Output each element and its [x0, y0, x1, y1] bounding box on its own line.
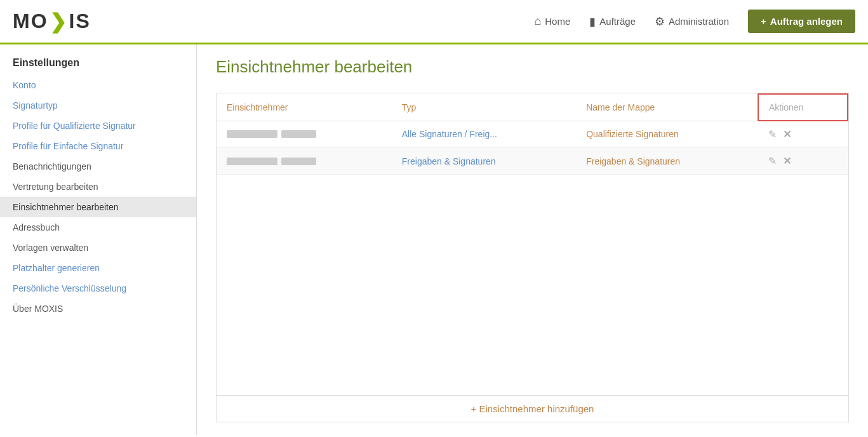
sidebar-item-signaturtyp[interactable]: Signaturtyp	[0, 95, 196, 116]
table-container: Einsichtnehmer Typ Name der Mappe Aktion…	[216, 93, 849, 422]
col-mappe: Name der Mappe	[576, 94, 758, 121]
cell-mappe-1: Qualifizierte Signaturen	[576, 121, 758, 148]
edit-icon-2[interactable]: ✎	[768, 155, 777, 167]
home-icon: ⌂	[534, 15, 541, 28]
sidebar-item-profile-einfach[interactable]: Profile für Einfache Signatur	[0, 136, 196, 156]
table-row: Freigaben & Signaturen Freigaben & Signa…	[217, 148, 848, 175]
delete-icon-1[interactable]: ✕	[783, 128, 791, 140]
plus-icon: +	[761, 16, 766, 27]
sidebar-item-ueber[interactable]: Über MOXIS	[0, 299, 196, 319]
sidebar-item-platzhalter[interactable]: Platzhalter generieren	[0, 258, 196, 278]
sidebar-item-konto[interactable]: Konto	[0, 75, 196, 95]
actions-cell-2: ✎ ✕	[768, 155, 838, 167]
nav-home[interactable]: ⌂ Home	[534, 15, 570, 28]
cell-mappe-2: Freigaben & Signaturen	[576, 148, 758, 175]
cell-einsichtnehmer-1	[217, 121, 392, 148]
actions-cell-1: ✎ ✕	[768, 128, 838, 140]
create-order-button[interactable]: + Auftrag anlegen	[748, 10, 855, 33]
table-header: Einsichtnehmer Typ Name der Mappe Aktion…	[217, 94, 848, 121]
table-body: Alle Signaturen / Freig... Qualifizierte…	[217, 121, 848, 175]
create-order-label: Auftrag anlegen	[770, 16, 843, 27]
nav: ⌂ Home ▮ Aufträge ⚙ Administration + Auf…	[534, 10, 855, 33]
sidebar-item-profile-qual[interactable]: Profile für Qualifizierte Signatur	[0, 116, 196, 136]
sidebar-item-benachrichtigungen[interactable]: Benachrichtigungen	[0, 156, 196, 177]
sidebar-item-adressbuch[interactable]: Adressbuch	[0, 217, 196, 238]
add-einsichtnehmer-button[interactable]: + Einsichtnehmer hinzufügen	[471, 403, 594, 414]
einsichtnehmer-table: Einsichtnehmer Typ Name der Mappe Aktion…	[217, 93, 848, 175]
blurred-name-1a	[227, 130, 277, 138]
nav-orders[interactable]: ▮ Aufträge	[589, 15, 636, 29]
cell-typ-2[interactable]: Freigaben & Signaturen	[392, 148, 576, 175]
sidebar-item-vorlagen[interactable]: Vorlagen verwalten	[0, 238, 196, 258]
sidebar: Einstellungen Konto Signaturtyp Profile …	[0, 44, 197, 435]
table-row: Alle Signaturen / Freig... Qualifizierte…	[217, 121, 848, 148]
blurred-name-2b	[281, 158, 316, 165]
main-content: Einsichtnehmer bearbeiten Einsichtnehmer…	[197, 44, 868, 435]
cell-typ-1[interactable]: Alle Signaturen / Freig...	[392, 121, 576, 148]
nav-admin[interactable]: ⚙ Administration	[655, 15, 729, 29]
delete-icon-2[interactable]: ✕	[783, 155, 791, 167]
folder-icon: ▮	[589, 15, 596, 29]
cell-actions-2: ✎ ✕	[758, 148, 848, 175]
nav-orders-label: Aufträge	[599, 16, 636, 27]
layout: Einstellungen Konto Signaturtyp Profile …	[0, 44, 868, 435]
blurred-name-2a	[227, 158, 277, 165]
cell-einsichtnehmer-2	[217, 148, 392, 175]
page-title: Einsichtnehmer bearbeiten	[216, 57, 849, 77]
logo: MO❯IS	[13, 10, 91, 34]
sidebar-item-verschluesselung[interactable]: Persönliche Verschlüsselung	[0, 278, 196, 299]
sidebar-title: Einstellungen	[0, 57, 196, 75]
header: MO❯IS ⌂ Home ▮ Aufträge ⚙ Administration…	[0, 0, 868, 44]
blurred-name-1b	[281, 130, 316, 138]
nav-home-label: Home	[545, 16, 570, 27]
cell-actions-1: ✎ ✕	[758, 121, 848, 148]
logo-arrow: ❯	[50, 10, 68, 34]
gear-icon: ⚙	[655, 15, 665, 29]
sidebar-item-einsichtnehmer[interactable]: Einsichtnehmer bearbeiten	[0, 197, 196, 217]
col-typ: Typ	[392, 94, 576, 121]
nav-admin-label: Administration	[669, 16, 729, 27]
sidebar-item-vertretung[interactable]: Vertretung bearbeiten	[0, 177, 196, 197]
col-einsichtnehmer: Einsichtnehmer	[217, 94, 392, 121]
col-aktionen: Aktionen	[758, 94, 848, 121]
edit-icon-1[interactable]: ✎	[768, 128, 777, 140]
add-row: + Einsichtnehmer hinzufügen	[217, 395, 848, 422]
